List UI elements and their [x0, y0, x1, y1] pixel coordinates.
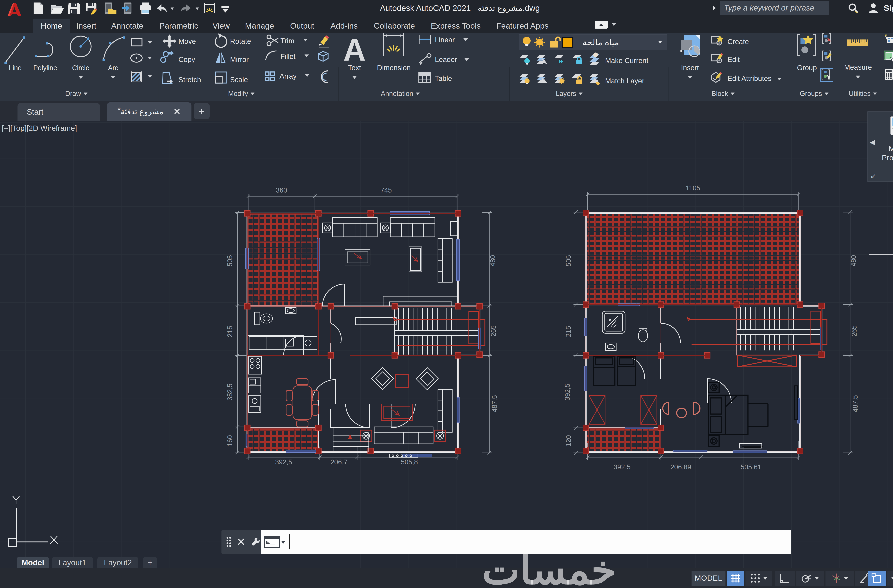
svg-text:265: 265	[490, 325, 497, 337]
svg-text:392,5: 392,5	[564, 383, 571, 400]
svg-text:160: 160	[226, 435, 234, 447]
svg-text:206,7: 206,7	[331, 458, 347, 466]
svg-text:Arc: Arc	[108, 64, 118, 72]
svg-text:Rotate: Rotate	[230, 37, 251, 45]
svg-text:505,8: 505,8	[401, 458, 418, 466]
svg-text:Stretch: Stretch	[179, 76, 201, 84]
svg-text:505: 505	[565, 255, 572, 266]
svg-text:Polyline: Polyline	[33, 64, 57, 72]
svg-text:Leader: Leader	[435, 56, 457, 63]
svg-text:745: 745	[380, 186, 392, 194]
svg-text:Linear: Linear	[435, 36, 455, 44]
svg-text:Table: Table	[435, 74, 452, 82]
svg-text:Circle: Circle	[72, 64, 89, 72]
svg-text:392,5: 392,5	[613, 463, 630, 471]
svg-text:505,61: 505,61	[741, 463, 761, 471]
svg-text:206,89: 206,89	[671, 463, 691, 471]
svg-text:Line: Line	[9, 64, 22, 72]
svg-text:Move: Move	[179, 37, 196, 45]
svg-text:Edit: Edit	[728, 56, 740, 63]
svg-text:Group: Group	[797, 64, 817, 72]
svg-text:Make Current: Make Current	[605, 57, 648, 65]
svg-text:Measure: Measure	[844, 63, 872, 71]
svg-text:Scale: Scale	[230, 76, 248, 84]
svg-text:1105: 1105	[686, 184, 700, 192]
svg-text:352,5: 352,5	[226, 383, 234, 400]
svg-text:A: A	[343, 33, 366, 67]
svg-text:Create: Create	[728, 38, 749, 45]
svg-text:Edit Attributes: Edit Attributes	[728, 74, 771, 82]
svg-text:Fillet: Fillet	[280, 53, 295, 60]
svg-text:Copy: Copy	[179, 56, 195, 63]
svg-text:360: 360	[276, 186, 287, 194]
svg-text:Array: Array	[280, 72, 297, 80]
svg-text:265: 265	[851, 325, 858, 337]
svg-text:505: 505	[226, 255, 234, 266]
svg-text:480: 480	[489, 255, 496, 266]
svg-text:Match Layer: Match Layer	[605, 77, 644, 85]
svg-text:215: 215	[565, 326, 572, 337]
svg-text:Dimension: Dimension	[377, 64, 411, 72]
svg-text:215: 215	[226, 326, 234, 337]
svg-text:480: 480	[850, 255, 857, 266]
svg-text:Mirror: Mirror	[230, 56, 249, 63]
svg-text:Trim: Trim	[280, 37, 294, 45]
svg-text:487,5: 487,5	[852, 395, 859, 412]
svg-text:Text: Text	[348, 64, 361, 72]
svg-text:120: 120	[565, 435, 572, 447]
svg-text:Insert: Insert	[681, 64, 699, 72]
svg-text:487,5: 487,5	[491, 395, 498, 412]
svg-text:392,5: 392,5	[275, 458, 292, 466]
